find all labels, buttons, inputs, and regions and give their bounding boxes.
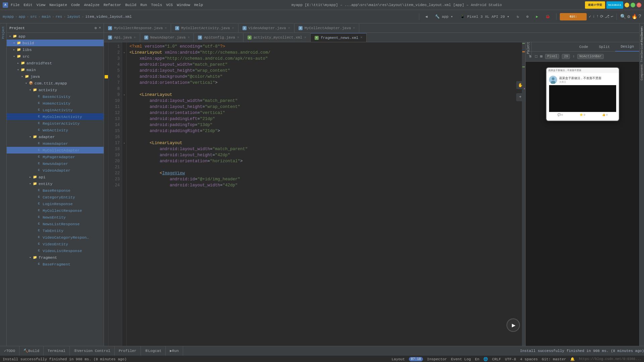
tree-item-app[interactable]: ▾ 📁 app	[7, 33, 104, 40]
tree-item-loginactivity[interactable]: ▸ C LoginActivity	[7, 107, 104, 113]
tree-item-baseresponse[interactable]: ▸ C BaseResponse	[7, 187, 104, 194]
breadcrumb-layout[interactable]: layout	[67, 15, 80, 19]
breadcrumb-main[interactable]: main	[42, 15, 50, 19]
more-actions[interactable]: ⚙	[524, 12, 531, 21]
menu-view[interactable]: View	[37, 3, 45, 7]
menu-vcs[interactable]: VCS	[166, 3, 173, 7]
fold-icon-9[interactable]: ▾	[122, 92, 126, 98]
tree-item-androidtest[interactable]: ▸ 📁 androidTest	[7, 60, 104, 66]
tab-close-icon3[interactable]: ×	[288, 26, 290, 30]
tree-item-registeractivity[interactable]: ▸ C RegisterActivity	[7, 120, 104, 127]
layout-label[interactable]: Layout	[391, 357, 405, 361]
status-tab-todo[interactable]: ✓ TODO	[0, 346, 19, 356]
app-selector[interactable]: 🔧 app ▾	[432, 12, 456, 21]
device-explorer-tab[interactable]: Device Explorer	[640, 26, 644, 56]
minimize-button[interactable]: —	[625, 3, 629, 7]
actionbar-selector[interactable]: NoActionBar	[577, 54, 603, 59]
device-selector[interactable]: 📱 Pixel 3 XL API 29 ▾	[458, 12, 512, 21]
tree-item-fragment[interactable]: ▾ 📁 fragment	[7, 254, 104, 261]
pixel-selector[interactable]: Pixel	[545, 54, 559, 59]
layout-icon[interactable]: ⊞	[540, 54, 542, 59]
tree-item-mycollectactivity[interactable]: ▸ C MyCollectActivity	[7, 113, 104, 120]
close-panel-icon[interactable]: ×	[99, 26, 101, 30]
palette-tab[interactable]: Palette	[526, 42, 532, 55]
tree-item-adapter[interactable]: ▾ 📁 adapter	[7, 133, 104, 140]
gear-icon[interactable]: ⚙	[95, 26, 97, 30]
api-selector[interactable]: 29	[562, 54, 570, 59]
tree-item-webactivity[interactable]: ▸ C WebActivity	[7, 127, 104, 133]
tree-item-homeactivity[interactable]: ▸ C HomeActivity	[7, 100, 104, 107]
tree-item-videoentity[interactable]: ▸ C VideoEntity	[7, 241, 104, 247]
inspector-label[interactable]: Inspector	[427, 357, 447, 361]
tab-design[interactable]: Design	[615, 42, 639, 52]
tree-item-mycollectresponse[interactable]: ▸ C MyCollectResponse	[7, 207, 104, 214]
event-log-label[interactable]: Event Log	[451, 357, 471, 361]
tree-item-build[interactable]: ▾ 📁 build	[7, 40, 104, 46]
git-branch[interactable]: ⎇	[605, 14, 609, 19]
refresh-button[interactable]: ↻	[514, 12, 522, 21]
menu-run[interactable]: Run	[140, 3, 147, 7]
code-content[interactable]: <?xml version="1.0" encoding="utf-8"?> <…	[127, 42, 522, 346]
menu-refactor[interactable]: Refactor	[104, 3, 121, 7]
menu-tools[interactable]: Tools	[151, 3, 162, 7]
tree-item-homeadapter[interactable]: ▸ C HomeAdapter	[7, 140, 104, 147]
tree-item-java[interactable]: ▾ 📁 java	[7, 73, 104, 80]
tree-item-mypageradapter[interactable]: ▸ C MyPagerAdapter	[7, 154, 104, 160]
fire-icon[interactable]: 🔥	[632, 14, 637, 19]
menu-navigate[interactable]: Navigate	[49, 3, 67, 7]
breadcrumb-res[interactable]: res	[55, 15, 62, 19]
tree-item-videolistresponse[interactable]: ▸ C VideoListResponse	[7, 247, 104, 254]
status-tab-profiler[interactable]: Profiler	[115, 346, 141, 356]
breadcrumb-project[interactable]: myapp	[3, 15, 14, 19]
tab-close-icon8[interactable]: ×	[304, 36, 306, 40]
tree-item-newsentity[interactable]: ▸ C NewsEntity	[7, 214, 104, 221]
notifications-icon[interactable]: 🔔	[570, 357, 575, 361]
breadcrumb-src[interactable]: src	[30, 15, 37, 19]
debug-button[interactable]: 🐞	[543, 12, 553, 21]
tree-item-baseactivity[interactable]: ▸ C BaseActivity	[7, 93, 104, 100]
git-revert[interactable]: ↩	[611, 14, 613, 19]
menu-edit[interactable]: Edit	[23, 3, 32, 7]
tree-item-activity[interactable]: ▾ 📁 activity	[7, 86, 104, 93]
tab-newsadapter[interactable]: J NewsAdapter.java ×	[140, 33, 194, 42]
tab-mycollectadapter[interactable]: J MyCollectAdapter.java ×	[294, 24, 360, 33]
breadcrumb-app[interactable]: app	[19, 15, 25, 19]
status-tab-logcat[interactable]: ⑥ Logcat	[141, 346, 166, 356]
tab-fragmentnews[interactable]: X fragment_news.xml ×	[311, 33, 367, 42]
menu-build[interactable]: Build	[125, 3, 136, 7]
help-icon[interactable]: ?	[639, 14, 641, 19]
run-button[interactable]: ▶	[533, 12, 541, 21]
search-icon[interactable]: 🔍	[620, 14, 626, 19]
tab-apiconfig[interactable]: J ApiConfig.java ×	[194, 33, 243, 42]
encoding-label[interactable]: UTF-8	[505, 357, 516, 361]
tab-mycollectactivity[interactable]: J MyCollectActivity.java ×	[171, 24, 238, 33]
tab-activitymycollect[interactable]: X activity_mycollect.xml ×	[244, 33, 311, 42]
tree-item-api[interactable]: ▸ 📁 api	[7, 174, 104, 180]
tree-item-tabentity[interactable]: ▸ C TabEntity	[7, 227, 104, 234]
tree-item-mycollectadapter[interactable]: ▸ C MyCollectAdapter	[7, 147, 104, 154]
tree-item-categoryentity[interactable]: ▸ C CategoryEntity	[7, 194, 104, 200]
menu-analyze[interactable]: Analyze	[84, 3, 99, 7]
status-tab-vcs[interactable]: ⑤ Version Control	[70, 346, 115, 356]
menu-file[interactable]: File	[11, 3, 19, 7]
menu-help[interactable]: Help	[194, 3, 203, 7]
tree-item-package[interactable]: ▾ 📦 com.ttit.myapp	[7, 80, 104, 86]
tab-split[interactable]: Split	[593, 42, 615, 52]
project-tab[interactable]: Project	[2, 26, 5, 39]
tab-close-icon9[interactable]: ×	[360, 36, 362, 40]
tree-item-videocategoryresponse[interactable]: ▸ C VideoCategoryRespon…	[7, 234, 104, 241]
blueprint-icon[interactable]: □	[535, 54, 537, 59]
orientation-icon[interactable]: ↕	[573, 55, 575, 58]
close-button[interactable]: ×	[637, 3, 641, 7]
tab-close-icon4[interactable]: ×	[353, 26, 355, 30]
tree-item-basefragment[interactable]: ▸ C BaseFragment	[7, 261, 104, 267]
tree-item-newsadapter[interactable]: ▸ C NewsAdapter	[7, 160, 104, 167]
tree-item-videoadapter[interactable]: ▸ C VideoAdapter	[7, 167, 104, 174]
fold-icon-17[interactable]: ▾	[122, 140, 126, 146]
menu-code[interactable]: Code	[71, 3, 80, 7]
status-tab-terminal[interactable]: Terminal	[44, 346, 70, 356]
status-tab-run[interactable]: ▶ Run	[166, 346, 183, 356]
status-tab-build[interactable]: 🔨 Build	[19, 346, 44, 356]
git-history[interactable]: ⟳	[600, 14, 603, 19]
indent-label[interactable]: 4 spaces	[520, 357, 538, 361]
